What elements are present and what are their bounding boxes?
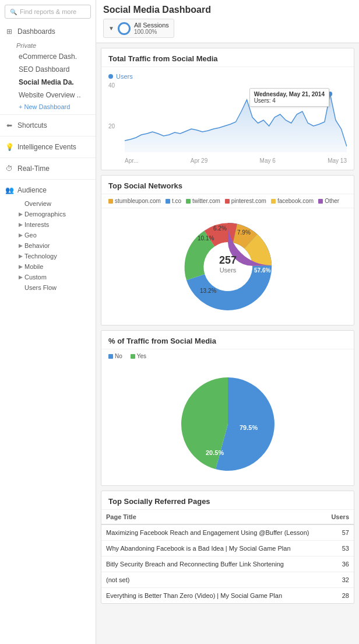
legend-dot-tco [166, 199, 170, 204]
pie-chart: 79.5% 20.5% [101, 363, 354, 485]
search-placeholder: Find reports & more [20, 8, 76, 15]
page-title-cell: Everything is Better Than Zero (Video) |… [101, 588, 325, 604]
sidebar-item-website[interactable]: Website Overview .. [0, 89, 96, 102]
search-box[interactable]: 🔍 Find reports & more [5, 5, 91, 19]
table-row: Why Abandoning Facebook is a Bad Idea | … [101, 541, 354, 556]
svg-text:7.9%: 7.9% [237, 229, 251, 236]
sidebar-item-shortcuts[interactable]: ⬅ Shortcuts [0, 117, 96, 134]
shortcuts-label: Shortcuts [17, 121, 47, 130]
table-row: Bitly Security Breach and Reconnecting B… [101, 556, 354, 572]
sidebar-subitem-technology[interactable]: ▶ Technology [0, 251, 96, 261]
page-title: Social Media Dashboard [103, 5, 352, 15]
chevron-icon: ▶ [19, 222, 23, 228]
table-row: Maximizing Facebook Reach and Engagement… [101, 524, 354, 541]
main-content: Social Media Dashboard ▼ All Sessions 10… [96, 0, 359, 644]
sidebar-item-ecommerce[interactable]: eCommerce Dash. [0, 50, 96, 63]
intelligence-icon: 💡 [5, 142, 14, 152]
sidebar: 🔍 Find reports & more ⊞ Dashboards Priva… [0, 0, 96, 644]
traffic-card: Total Traffic from Social Media Users 40… [101, 48, 354, 170]
page-title-cell: Why Abandoning Facebook is a Bad Idea | … [101, 541, 325, 556]
users-cell: 57 [325, 524, 354, 541]
sidebar-subitem-mobile[interactable]: ▶ Mobile [0, 261, 96, 272]
page-title-cell: Maximizing Facebook Reach and Engagement… [101, 524, 325, 541]
svg-text:79.5%: 79.5% [240, 424, 258, 431]
col-users: Users [325, 510, 354, 524]
legend-dot-other [318, 199, 323, 204]
shortcuts-icon: ⬅ [5, 121, 14, 130]
svg-text:6.2%: 6.2% [213, 225, 227, 232]
sidebar-item-audience[interactable]: 👥 Audience [0, 182, 96, 198]
users-cell: 36 [325, 556, 354, 572]
legend-dot-stumble [108, 199, 113, 204]
main-header: Social Media Dashboard ▼ All Sessions 10… [96, 0, 359, 43]
users-cell: 53 [325, 541, 354, 556]
legend-item-pinterest: pinterest.com [225, 198, 266, 204]
traffic-pct-title: % of Traffic from Social Media [101, 331, 354, 349]
audience-label: Audience [17, 186, 47, 194]
social-networks-title: Top Social Networks [101, 176, 354, 194]
chevron-icon: ▶ [19, 243, 23, 249]
session-filter[interactable]: ▼ All Sessions 100.00% [103, 19, 174, 38]
legend-item-stumble: stumbleupon.com [108, 198, 161, 204]
sidebar-subitem-custom[interactable]: ▶ Custom [0, 272, 96, 282]
pie-legend: No Yes [101, 349, 354, 363]
sidebar-item-intelligence[interactable]: 💡 Intelligence Events [0, 139, 96, 155]
legend-dot-no [108, 354, 113, 359]
chevron-down-icon: ▼ [108, 25, 114, 32]
sidebar-item-seo[interactable]: SEO Dashboard [0, 63, 96, 76]
realtime-label: Real-Time [17, 164, 50, 173]
chevron-icon: ▶ [19, 264, 23, 270]
svg-text:10.1%: 10.1% [198, 235, 214, 242]
social-networks-legend: stumbleupon.com t.co twitter.com pintere… [101, 194, 354, 208]
legend-item-twitter: twitter.com [186, 198, 220, 204]
chart-svg-area: Wednesday, May 21, 2014 Users: 4 [125, 82, 347, 152]
table-row: (not set)32 [101, 572, 354, 588]
legend-item-other: Other [318, 198, 339, 204]
col-page: Page Title [101, 510, 325, 524]
x-axis: Apr... Apr 29 May 6 May 13 [125, 158, 347, 164]
sidebar-subitem-interests[interactable]: ▶ Interests [0, 219, 96, 230]
line-chart: 40 20 [108, 82, 347, 164]
sidebar-subitem-overview[interactable]: Overview [0, 198, 96, 209]
page-title-cell: (not set) [101, 572, 325, 588]
sidebar-item-dashboards[interactable]: ⊞ Dashboards [0, 23, 96, 40]
referred-pages-table: Page Title Users Maximizing Facebook Rea… [101, 510, 354, 603]
legend-item-facebook: facebook.com [271, 198, 314, 204]
tooltip-users: Users: 4 [254, 97, 325, 104]
sidebar-subitem-behavior[interactable]: ▶ Behavior [0, 240, 96, 251]
legend-dot-yes [131, 354, 135, 359]
svg-text:257: 257 [219, 254, 236, 266]
intelligence-label: Intelligence Events [17, 143, 76, 151]
svg-text:20.5%: 20.5% [206, 449, 224, 456]
new-dashboard-button[interactable]: + New Dashboard [0, 102, 96, 112]
traffic-card-body: Users 40 20 [101, 67, 354, 170]
chevron-icon: ▶ [19, 211, 23, 217]
legend-dot-facebook [271, 199, 276, 204]
chevron-icon: ▶ [19, 274, 23, 280]
search-icon: 🔍 [10, 9, 17, 15]
sidebar-subitem-geo[interactable]: ▶ Geo [0, 230, 96, 240]
users-cell: 32 [325, 572, 354, 588]
series-label: Users [108, 73, 347, 80]
sidebar-subitem-demographics[interactable]: ▶ Demographics [0, 209, 96, 219]
y-axis: 40 20 [108, 82, 123, 164]
legend-item-tco: t.co [166, 198, 181, 204]
referred-pages-card: Top Socially Referred Pages Page Title U… [101, 491, 354, 604]
session-circle [118, 22, 131, 35]
grid-icon: ⊞ [5, 27, 14, 36]
svg-text:Users: Users [219, 267, 236, 274]
chart-tooltip: Wednesday, May 21, 2014 Users: 4 [249, 88, 329, 107]
referred-pages-title: Top Socially Referred Pages [101, 491, 354, 510]
legend-dot-twitter [186, 199, 191, 204]
legend-no: No [108, 353, 122, 359]
sidebar-item-social[interactable]: Social Media Da. [0, 76, 96, 89]
sidebar-item-users-flow[interactable]: Users Flow [0, 282, 96, 293]
svg-text:57.6%: 57.6% [254, 267, 270, 274]
users-cell: 28 [325, 588, 354, 604]
legend-dot-pinterest [225, 199, 230, 204]
legend-yes: Yes [131, 353, 146, 359]
sidebar-item-realtime[interactable]: ⏱ Real-Time [0, 160, 96, 177]
private-label: Private [0, 40, 96, 50]
tooltip-date: Wednesday, May 21, 2014 [254, 91, 325, 97]
chevron-icon: ▶ [19, 232, 23, 238]
